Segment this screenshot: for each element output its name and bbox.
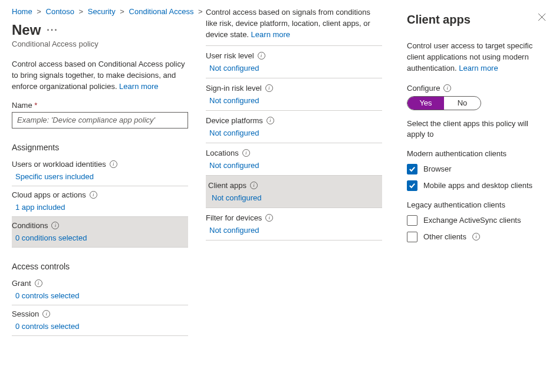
page-title: New ··· (12, 22, 188, 38)
breadcrumb-item[interactable]: Contoso (46, 7, 74, 16)
legacy-client-option[interactable]: Other clientsi (407, 232, 544, 242)
modern-client-label: Mobile apps and desktop clients (423, 181, 532, 190)
access-controls-title: Access controls (12, 262, 188, 271)
info-icon[interactable]: i (265, 84, 273, 92)
learn-more-link[interactable]: Learn more (251, 30, 290, 39)
legacy-client-label: Exchange ActiveSync clients (423, 216, 521, 225)
configure-toggle[interactable]: Yes No (407, 96, 481, 110)
learn-more-link[interactable]: Learn more (119, 82, 158, 91)
assignment-row[interactable]: Cloud apps or actionsi1 app included (12, 186, 188, 217)
info-icon[interactable]: i (110, 160, 117, 168)
assignment-label: Users or workload identitiesi (12, 160, 188, 169)
chevron-right-icon: > (118, 7, 127, 16)
toggle-yes[interactable]: Yes (407, 97, 444, 110)
info-icon[interactable]: i (258, 52, 265, 60)
checkbox-icon[interactable] (407, 232, 417, 242)
condition-value[interactable]: Not configured (206, 93, 382, 107)
breadcrumb-item[interactable]: Home (12, 7, 32, 16)
condition-label: Filter for devicesi (206, 213, 382, 222)
assignment-row[interactable]: Conditionsi0 conditions selected (12, 217, 188, 248)
checkbox-checked-icon[interactable] (407, 180, 417, 191)
access-control-row[interactable]: Sessioni0 controls selected (12, 305, 188, 336)
condition-row[interactable]: LocationsiNot configured (206, 143, 382, 176)
toggle-no[interactable]: No (444, 97, 481, 110)
access-control-label: Sessioni (12, 309, 188, 318)
assignment-label: Cloud apps or actionsi (12, 190, 188, 199)
name-label: Name * (12, 101, 188, 110)
condition-label: User risk leveli (206, 51, 382, 60)
condition-row[interactable]: Client appsiNot configured (206, 176, 382, 208)
condition-value[interactable]: Not configured (206, 222, 382, 237)
modern-client-option[interactable]: Browser (407, 164, 544, 174)
access-control-row[interactable]: Granti0 controls selected (12, 275, 188, 305)
assignment-value[interactable]: 1 app included (12, 199, 188, 214)
assignments-title: Assignments (12, 143, 188, 152)
checkbox-checked-icon[interactable] (407, 164, 417, 174)
panel-description: Control user access to target specific c… (407, 41, 544, 74)
modern-client-option[interactable]: Mobile apps and desktop clients (407, 180, 544, 191)
close-icon[interactable] (538, 13, 546, 21)
page-subtitle: Conditional Access policy (12, 39, 188, 48)
info-icon[interactable]: i (90, 191, 97, 199)
chevron-right-icon: > (77, 7, 86, 16)
modern-client-label: Browser (423, 164, 452, 173)
assignment-value[interactable]: 0 conditions selected (12, 230, 188, 245)
legacy-client-label: Other clients (423, 232, 466, 241)
condition-label: Device platformsi (206, 116, 382, 125)
breadcrumb-item[interactable]: Conditional Access (129, 7, 194, 16)
access-control-value[interactable]: 0 controls selected (12, 288, 188, 302)
info-icon[interactable]: i (443, 84, 451, 92)
left-column: Home > Contoso > Security > Conditional … (12, 7, 188, 392)
condition-value[interactable]: Not configured (208, 190, 380, 205)
conditions-column: Control access based on signals from con… (206, 7, 382, 392)
configure-label: Configure i (407, 84, 544, 93)
apply-to-text: Select the client apps this policy will … (407, 118, 544, 140)
policy-name-input[interactable] (12, 112, 188, 129)
legacy-auth-title: Legacy authentication clients (407, 200, 544, 209)
condition-label: Locationsi (206, 149, 382, 157)
checkbox-icon[interactable] (407, 215, 417, 226)
info-icon[interactable]: i (267, 117, 274, 124)
condition-value[interactable]: Not configured (206, 60, 382, 75)
assignment-row[interactable]: Users or workload identitiesiSpecific us… (12, 156, 188, 186)
condition-value[interactable]: Not configured (206, 157, 382, 172)
modern-auth-title: Modern authentication clients (407, 149, 544, 158)
access-control-label: Granti (12, 279, 188, 288)
legacy-client-option[interactable]: Exchange ActiveSync clients (407, 215, 544, 226)
more-icon[interactable]: ··· (47, 25, 58, 35)
chevron-right-icon: > (35, 7, 44, 16)
info-icon[interactable]: i (265, 214, 273, 222)
client-apps-panel: Client apps Control user access to targe… (394, 0, 559, 392)
learn-more-link[interactable]: Learn more (459, 64, 498, 73)
info-icon[interactable]: i (472, 233, 480, 241)
access-control-value[interactable]: 0 controls selected (12, 318, 188, 333)
condition-row[interactable]: Filter for devicesiNot configured (206, 208, 382, 241)
assignment-value[interactable]: Specific users included (12, 169, 188, 183)
conditions-description: Control access based on signals from con… (206, 7, 382, 41)
condition-row[interactable]: Sign-in risk leveliNot configured (206, 78, 382, 111)
info-icon[interactable]: i (51, 222, 59, 229)
breadcrumb-item[interactable]: Security (88, 7, 116, 16)
panel-title: Client apps (407, 13, 544, 27)
condition-label: Client appsi (208, 181, 380, 190)
condition-row[interactable]: Device platformsiNot configured (206, 111, 382, 143)
condition-label: Sign-in risk leveli (206, 84, 382, 93)
assignment-label: Conditionsi (12, 221, 188, 230)
info-icon[interactable]: i (250, 182, 258, 189)
info-icon[interactable]: i (242, 149, 250, 157)
policy-description: Control access based on Conditional Acce… (12, 59, 188, 93)
info-icon[interactable]: i (35, 279, 42, 287)
info-icon[interactable]: i (42, 310, 50, 318)
breadcrumb: Home > Contoso > Security > Conditional … (12, 7, 188, 16)
condition-value[interactable]: Not configured (206, 125, 382, 140)
chevron-right-icon: > (196, 7, 202, 16)
condition-row[interactable]: User risk leveliNot configured (206, 46, 382, 78)
